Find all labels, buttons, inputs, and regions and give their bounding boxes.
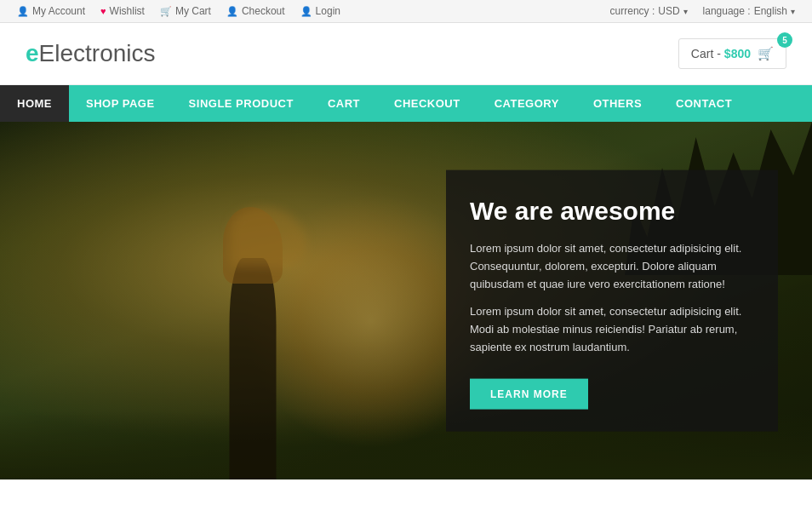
- logo[interactable]: eElectronics: [26, 40, 156, 67]
- learn-more-button[interactable]: LEARN MORE: [470, 378, 588, 409]
- currency-value: USD: [658, 5, 679, 17]
- top-bar-settings: currency : USD language : English: [610, 5, 795, 17]
- hero-paragraph-2: Lorem ipsum dolor sit amet, consectetur …: [470, 303, 754, 356]
- hero-paragraph-1: Lorem ipsum dolor sit amet, consectetur …: [470, 240, 754, 293]
- cart-badge: 5: [777, 32, 792, 48]
- cart-label: Cart -: [691, 47, 721, 60]
- login-label: Login: [316, 5, 340, 17]
- checkout-label: Checkout: [242, 5, 285, 17]
- top-bar-links: My Account Wishlist My Cart Checkout Log…: [17, 5, 340, 17]
- my-cart-link[interactable]: My Cart: [160, 5, 211, 17]
- my-account-label: My Account: [32, 5, 85, 17]
- currency-dropdown[interactable]: currency : USD: [610, 5, 688, 17]
- hero-content-box: We are awesome Lorem ipsum dolor sit ame…: [446, 170, 778, 432]
- nav-item-shop-page[interactable]: SHOP PAGE: [69, 85, 172, 122]
- nav-item-checkout[interactable]: CHECKOUT: [377, 85, 477, 122]
- language-dropdown[interactable]: language : English: [703, 5, 795, 17]
- currency-chevron-icon: [683, 5, 688, 17]
- checkout-link[interactable]: Checkout: [226, 5, 285, 17]
- language-label: language :: [703, 5, 751, 17]
- language-value: English: [754, 5, 787, 17]
- nav-item-home[interactable]: HOME: [0, 85, 69, 122]
- nav-item-category[interactable]: CATEGORY: [477, 85, 576, 122]
- login-link[interactable]: Login: [300, 5, 340, 17]
- cart-bag-icon: [758, 46, 774, 61]
- user-icon: [17, 5, 29, 17]
- currency-label: currency :: [610, 5, 655, 17]
- my-account-link[interactable]: My Account: [17, 5, 85, 17]
- cart-button[interactable]: Cart - $800 5: [678, 38, 786, 69]
- login-icon: [300, 5, 312, 17]
- logo-main: Electronics: [39, 40, 156, 66]
- main-nav: HOME SHOP PAGE SINGLE PRODUCT CART CHECK…: [0, 85, 812, 122]
- nav-item-others[interactable]: OTHERS: [576, 85, 659, 122]
- top-bar: My Account Wishlist My Cart Checkout Log…: [0, 0, 812, 23]
- checkout-icon: [226, 5, 238, 17]
- wishlist-label: Wishlist: [110, 5, 145, 17]
- my-cart-label: My Cart: [175, 5, 211, 17]
- language-chevron-icon: [791, 5, 795, 17]
- hero-section: We are awesome Lorem ipsum dolor sit ame…: [0, 122, 812, 479]
- nav-item-single-product[interactable]: SINGLE PRODUCT: [172, 85, 311, 122]
- nav-item-contact[interactable]: CONTACT: [659, 85, 749, 122]
- cart-amount: $800: [724, 47, 751, 60]
- nav-item-cart[interactable]: CART: [311, 85, 377, 122]
- wishlist-link[interactable]: Wishlist: [100, 5, 145, 17]
- logo-prefix: e: [26, 40, 39, 66]
- cart-icon: [160, 5, 172, 17]
- hero-title: We are awesome: [470, 196, 754, 227]
- heart-icon: [100, 5, 106, 17]
- header: eElectronics Cart - $800 5: [0, 23, 812, 85]
